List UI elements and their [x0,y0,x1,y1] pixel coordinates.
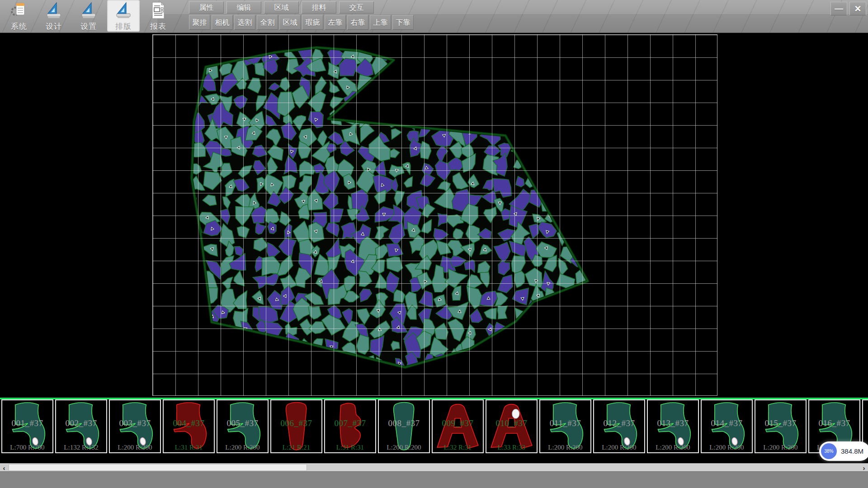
piece-thumbnail-009_#37[interactable]: 009_#37 L:32 R:31 [432,399,484,453]
tool-item-5[interactable]: 区域 [279,15,301,30]
app-mode-button-4[interactable]: 排版 [107,0,140,32]
menu-item-2[interactable]: 编辑 [226,1,261,14]
horizontal-scrollbar[interactable]: ‹ › [0,463,868,471]
menu-item-3[interactable]: 区域 [264,1,299,14]
piece-shape [219,401,266,451]
close-button[interactable]: ✕ [849,2,866,15]
app-mode-label: 排版 [115,21,132,32]
piece-shape [381,401,427,451]
bottom-gap [0,454,868,463]
piece-thumbnail-006_#37[interactable]: 006_#37 L:21 R:21 [270,399,322,453]
app-mode-label: 设置 [80,21,97,32]
window-controls: — ✕ [830,2,866,15]
status-bar [0,471,868,488]
tool-item-10[interactable]: 下靠 [392,15,414,30]
tool-item-9[interactable]: 上靠 [370,15,391,30]
app-mode-button-1[interactable]: 系统 [3,0,35,32]
piece-thumbnail-011_#37[interactable]: 011_#37 L:200 R:200 [539,399,591,453]
piece-thumbnail-013_#37[interactable]: 013_#37 L:200 R:200 [647,399,699,453]
piece-shape [112,401,158,451]
tool-item-1[interactable]: 聚排 [189,15,210,30]
piece-thumbnail-012_#37[interactable]: 012_#37 L:200 R:200 [593,399,645,453]
piece-shape [58,401,104,451]
app-mode-label: 设计 [46,21,62,32]
set-square-icon [80,1,98,19]
menu-item-5[interactable]: 交互 [339,1,374,14]
app-mode-buttons: 系统 设计 设置 排版 报表 [3,0,175,33]
piece-shape [434,401,481,451]
tool-item-4[interactable]: 全割 [257,15,278,30]
piece-shape [488,401,535,451]
piece-shape [327,401,373,451]
piece-thumbnail-002_#37[interactable]: 002_#37 L:132 R:132 [55,399,107,453]
piece-shape [542,401,589,451]
set-square-icon [114,1,132,19]
system-gear-icon [10,1,28,19]
tool-item-2[interactable]: 相机 [212,15,233,30]
memory-value-label: 384.8M [841,447,863,455]
nesting-app-window: 系统 设计 设置 排版 报表 属性编辑区域排料交互 聚排相机选割全割区域瑕疵左靠… [0,0,868,488]
piece-shape [165,401,212,451]
app-mode-button-3[interactable]: 设置 [72,0,105,32]
piece-shape [650,401,696,451]
piece-thumbnail-008_#37[interactable]: 008_#37 L:200 R:200 [378,399,430,453]
memory-usage-badge: 38% 384.8M [819,441,868,461]
menu-row: 属性编辑区域排料交互 [189,1,374,14]
report-icon [149,1,167,19]
tool-item-8[interactable]: 右靠 [347,15,368,30]
app-mode-label: 报表 [150,21,166,32]
tool-item-3[interactable]: 选割 [234,15,255,30]
piece-shape [596,401,642,451]
scrollbar-thumb[interactable] [9,464,307,471]
nesting-canvas[interactable] [0,33,868,398]
piece-shape [757,401,804,451]
scroll-right-arrow[interactable]: › [860,464,868,472]
toolbar: 系统 设计 设置 排版 报表 属性编辑区域排料交互 聚排相机选割全割区域瑕疵左靠… [0,0,868,33]
set-square-icon [45,1,63,19]
menu-item-4[interactable]: 排料 [302,1,336,14]
tool-row: 聚排相机选割全割区域瑕疵左靠右靠上靠下靠 [189,15,414,30]
menu-item-1[interactable]: 属性 [189,1,224,14]
piece-shape [4,401,51,451]
piece-thumbnail-015_#37[interactable]: 015_#37 L:200 R:200 [755,399,807,453]
tool-item-7[interactable]: 左靠 [325,15,346,30]
piece-thumbnail-003_#37[interactable]: 003_#37 L:200 R:200 [109,399,161,453]
piece-thumbnail-007_#37[interactable]: 007_#37 L:31 R:31 [324,399,376,453]
app-mode-label: 系统 [11,21,27,32]
memory-percent-indicator: 38% [821,443,837,459]
scroll-left-arrow[interactable]: ‹ [0,464,8,472]
app-mode-button-5[interactable]: 报表 [142,0,175,32]
nested-hide-drawing [0,33,868,398]
piece-thumbnail-strip: 001_#37 L:700 R:700 002_#37 L:132 R:132 … [0,399,868,454]
piece-thumbnail-004_#37[interactable]: 004_#37 L:31 R:31 [163,399,215,453]
piece-thumbnail-010_#37[interactable]: 010_#37 L:33 R:33 [486,399,538,453]
piece-thumbnail-005_#37[interactable]: 005_#37 L:200 R:200 [217,399,269,453]
piece-shape [703,401,750,451]
piece-shape [273,401,320,451]
tool-item-6[interactable]: 瑕疵 [302,15,323,30]
piece-thumbnail-014_#37[interactable]: 014_#37 L:200 R:200 [701,399,753,453]
minimize-button[interactable]: — [830,2,847,15]
app-mode-button-2[interactable]: 设计 [38,0,70,32]
piece-thumbnail-001_#37[interactable]: 001_#37 L:700 R:700 [1,399,53,453]
